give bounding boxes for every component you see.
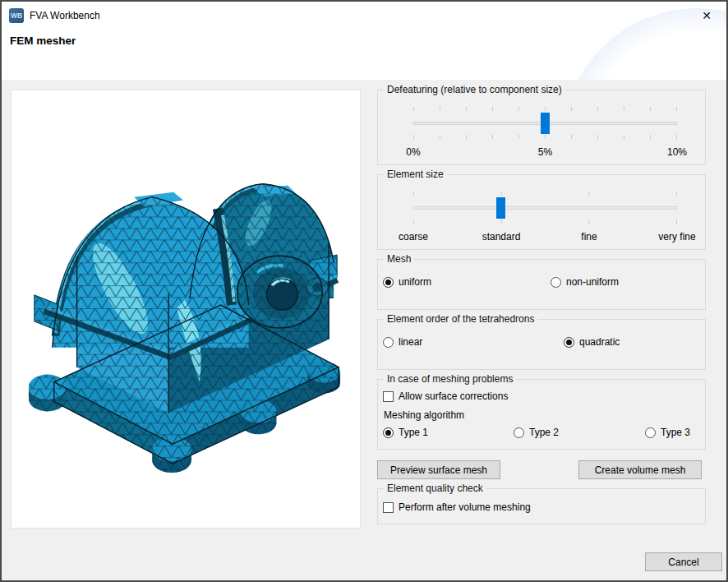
element-size-slider[interactable]: coarse standard fine very fine (413, 187, 677, 241)
group-meshing-problems-label: In case of meshing problems (384, 373, 516, 386)
slider-ticks (413, 135, 677, 139)
radio-icon[interactable] (383, 277, 394, 288)
titlebar: WB FVA Workbench ✕ (2, 2, 726, 29)
radio-type-1[interactable]: Type 1 (383, 426, 428, 439)
tick-label: fine (581, 231, 597, 242)
radio-icon[interactable] (383, 427, 394, 438)
radio-label: Type 2 (529, 427, 559, 438)
radio-label: Type 3 (661, 427, 690, 438)
checkbox-perform-after-volume-meshing[interactable]: Perform after volume meshing (383, 501, 531, 514)
group-defeaturing: Defeaturing (relative to component size)… (377, 90, 706, 165)
tick-label: 0% (406, 146, 420, 158)
radio-icon[interactable] (514, 427, 524, 438)
page-title: FEM mesher (10, 35, 76, 47)
slider-track[interactable] (413, 206, 677, 210)
group-quality-check-label: Element quality check (384, 483, 486, 495)
tick-label: 10% (667, 146, 687, 158)
radio-label: Type 1 (399, 427, 428, 438)
group-mesh: Mesh uniform non-uniform (377, 259, 706, 310)
radio-icon[interactable] (564, 337, 574, 348)
create-volume-mesh-button[interactable]: Create volume mesh (578, 460, 702, 479)
radio-label: quadratic (579, 336, 620, 348)
radio-icon[interactable] (645, 427, 656, 438)
defeaturing-slider[interactable]: 0% 5% 10% (413, 102, 677, 156)
gearbox-mesh-rendering (12, 90, 360, 528)
checkbox-icon[interactable] (383, 391, 394, 402)
group-element-size-label: Element size (384, 169, 447, 181)
defeaturing-slider-thumb[interactable] (541, 113, 550, 134)
meshing-algorithm-label: Meshing algorithm (384, 409, 464, 421)
radio-non-uniform[interactable]: non-uniform (551, 275, 619, 289)
radio-icon[interactable] (551, 277, 561, 288)
radio-linear[interactable]: linear (383, 335, 422, 349)
slider-ticks (413, 192, 677, 196)
group-element-order-label: Element order of the tetrahedrons (384, 313, 537, 326)
group-mesh-label: Mesh (384, 253, 414, 266)
group-meshing-problems: In case of meshing problems Allow surfac… (377, 379, 706, 450)
radio-quadratic[interactable]: quadratic (564, 335, 620, 349)
group-element-size: Element size coarse standard fine very f… (377, 174, 706, 250)
app-logo-icon: WB (9, 8, 24, 23)
window-title: FVA Workbench (30, 10, 100, 21)
slider-ticks (413, 107, 677, 111)
model-viewport[interactable] (11, 90, 361, 529)
radio-icon[interactable] (383, 337, 394, 348)
checkbox-label: Allow surface corrections (399, 390, 508, 402)
slider-ticks (413, 219, 677, 224)
slider-labels: coarse standard fine very fine (413, 231, 677, 243)
checkbox-allow-surface-corrections[interactable]: Allow surface corrections (383, 390, 508, 403)
slider-labels: 0% 5% 10% (413, 146, 677, 159)
close-icon[interactable]: ✕ (697, 6, 716, 25)
radio-type-3[interactable]: Type 3 (645, 426, 690, 439)
tick-label: 5% (538, 146, 552, 158)
group-defeaturing-label: Defeaturing (relative to component size) (384, 84, 565, 96)
tick-label: very fine (658, 231, 695, 242)
group-element-order: Element order of the tetrahedrons linear… (377, 319, 706, 370)
radio-label: non-uniform (566, 276, 619, 288)
preview-surface-mesh-button[interactable]: Preview surface mesh (377, 460, 500, 479)
dialog-header: WB FVA Workbench ✕ FEM mesher (2, 2, 726, 80)
element-size-slider-thumb[interactable] (496, 197, 505, 219)
cancel-button[interactable]: Cancel (645, 552, 722, 571)
group-quality-check: Element quality check Perform after volu… (377, 488, 706, 524)
checkbox-label: Perform after volume meshing (399, 501, 531, 513)
radio-type-2[interactable]: Type 2 (514, 426, 559, 439)
fem-mesher-dialog: WB FVA Workbench ✕ FEM mesher (0, 0, 728, 582)
tick-label: standard (482, 231, 521, 242)
radio-label: uniform (399, 276, 431, 288)
radio-uniform[interactable]: uniform (383, 275, 431, 289)
tick-label: coarse (399, 231, 428, 242)
radio-label: linear (399, 336, 422, 348)
checkbox-icon[interactable] (383, 502, 394, 513)
